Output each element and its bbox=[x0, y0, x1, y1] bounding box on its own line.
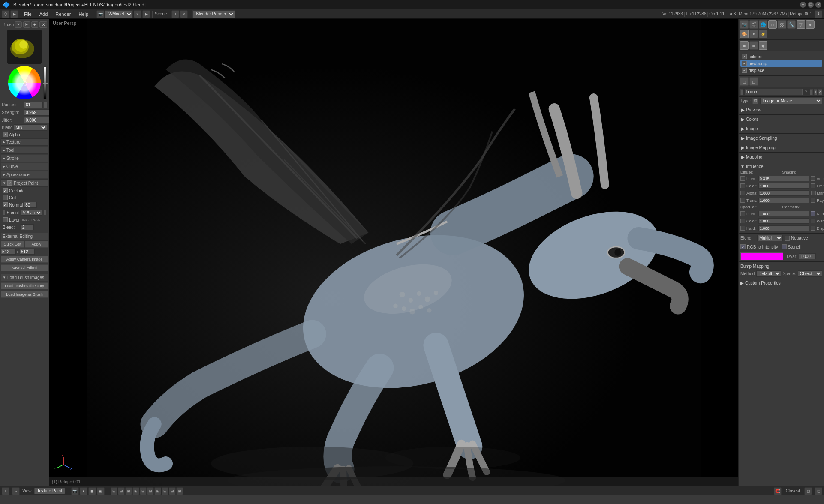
grid-btn-8[interactable]: ⊞ bbox=[162, 487, 168, 495]
diff-inten-input[interactable] bbox=[758, 176, 809, 181]
influence-header[interactable]: ▼ Influence bbox=[740, 163, 822, 170]
size-input-1[interactable] bbox=[1, 249, 16, 255]
rp-icon-a[interactable]: ■ bbox=[740, 41, 749, 50]
window-minimize[interactable]: ─ bbox=[800, 2, 806, 8]
geo-warp-check[interactable] bbox=[811, 219, 815, 223]
rp-small-icon-1[interactable]: ◻ bbox=[740, 77, 749, 86]
size-input-2[interactable] bbox=[20, 249, 35, 255]
bottom-icon-tex[interactable]: ▣ bbox=[97, 487, 105, 495]
shad-ambi-check[interactable] bbox=[811, 176, 815, 181]
diff-inten-check[interactable] bbox=[740, 176, 745, 181]
mat-check-newbump[interactable] bbox=[742, 61, 747, 66]
stencil-select[interactable]: V Rem bbox=[21, 210, 42, 216]
spec-hard-check[interactable] bbox=[740, 226, 745, 231]
stencil-checkbox[interactable] bbox=[3, 210, 5, 215]
dvar-input[interactable] bbox=[799, 253, 816, 259]
bottom-icon-r1[interactable]: ◻ bbox=[804, 487, 812, 495]
grid-btn-2[interactable]: ⊞ bbox=[118, 487, 125, 495]
texture-paint-btn[interactable]: Texture Paint bbox=[34, 488, 65, 494]
save-all-btn[interactable]: Save All Edited bbox=[1, 264, 48, 271]
diff-color-input[interactable] bbox=[758, 183, 809, 189]
normal-input[interactable] bbox=[24, 202, 37, 208]
load-image-brush-btn[interactable]: Load Image as Brush bbox=[1, 291, 48, 298]
tex-close-btn[interactable]: ✕ bbox=[818, 89, 822, 95]
brush-add-btn[interactable]: + bbox=[31, 21, 38, 28]
spec-color-check[interactable] bbox=[740, 219, 745, 223]
blend-select2[interactable]: Multipl bbox=[757, 235, 783, 241]
mat-check-colours[interactable] bbox=[742, 54, 747, 59]
jitter-input[interactable] bbox=[24, 117, 49, 123]
rp-object-icon[interactable]: □ bbox=[768, 20, 777, 29]
tex-name-input[interactable] bbox=[745, 89, 803, 95]
cull-checkbox[interactable] bbox=[3, 195, 8, 200]
mode-select[interactable]: 2-Model bbox=[105, 10, 133, 18]
bottom-icon-r2[interactable]: ◻ bbox=[815, 487, 822, 495]
blend-select[interactable]: Mix bbox=[14, 124, 47, 131]
stencil-check2[interactable] bbox=[44, 210, 46, 215]
mode-icon3[interactable]: ▶ bbox=[142, 10, 150, 18]
normal-checkbox[interactable] bbox=[3, 202, 8, 207]
layer-checkbox[interactable] bbox=[3, 217, 8, 222]
spec-inten-check[interactable] bbox=[740, 211, 745, 216]
mat-item-newbump[interactable]: newbump bbox=[740, 60, 822, 67]
mat-item-displace[interactable]: displace bbox=[740, 67, 822, 74]
spec-hard-input[interactable] bbox=[758, 225, 809, 231]
rgb-checkbox[interactable] bbox=[740, 244, 746, 249]
view-mode-icon[interactable]: 📷 bbox=[96, 10, 104, 18]
grid-btn-10[interactable]: ⊞ bbox=[176, 487, 183, 495]
occlude-checkbox[interactable] bbox=[3, 188, 8, 193]
grid-btn-9[interactable]: ⊞ bbox=[169, 487, 176, 495]
window-close[interactable]: ✕ bbox=[815, 2, 821, 8]
grid-btn-5[interactable]: ⊞ bbox=[140, 487, 147, 495]
scene-del-icon[interactable]: ✕ bbox=[180, 10, 188, 18]
menu-file[interactable]: File bbox=[21, 11, 35, 18]
shad-mirror-check[interactable] bbox=[811, 191, 816, 195]
geo-disp-check[interactable] bbox=[811, 226, 815, 231]
stencil-checkbox2[interactable] bbox=[782, 244, 787, 249]
bleed-input[interactable] bbox=[21, 224, 34, 230]
engine-select[interactable]: Blender Render bbox=[192, 10, 235, 18]
scene-icon2[interactable]: + bbox=[171, 10, 179, 18]
diff-color-check[interactable] bbox=[740, 183, 745, 188]
rp-constraint-icon[interactable]: ⛓ bbox=[778, 20, 786, 29]
rp-particle-icon[interactable]: ✦ bbox=[749, 30, 758, 38]
rp-icon-b[interactable]: ≡ bbox=[749, 41, 758, 50]
scene-icon[interactable]: ⬡ bbox=[2, 10, 9, 18]
custom-props-row[interactable]: ▶ Custom Properties bbox=[739, 279, 824, 287]
colors-header[interactable]: ▶ Colors bbox=[740, 116, 822, 123]
rp-physics-icon[interactable]: ⚡ bbox=[759, 30, 767, 38]
mode-icon2[interactable]: ✕ bbox=[134, 10, 141, 18]
negative-checkbox[interactable] bbox=[785, 236, 790, 241]
rp-world-icon[interactable]: 🌐 bbox=[759, 20, 767, 29]
apply-camera-btn[interactable]: Apply Camera Image bbox=[1, 256, 48, 263]
tex-add-btn[interactable]: + bbox=[814, 89, 817, 95]
space-select[interactable]: Object bbox=[798, 270, 822, 277]
bottom-snap-icon[interactable]: 🧲 bbox=[774, 487, 782, 495]
shad-emit-check[interactable] bbox=[811, 183, 815, 188]
viewport[interactable]: User Persp bbox=[49, 19, 738, 486]
spec-color-input[interactable] bbox=[758, 218, 809, 224]
bottom-icon-1[interactable]: + bbox=[2, 487, 9, 495]
preview-header[interactable]: ▶ Preview bbox=[740, 106, 822, 114]
mat-check-displace[interactable] bbox=[742, 68, 747, 73]
rp-material-icon[interactable]: ● bbox=[806, 20, 815, 29]
alpha-checkbox[interactable] bbox=[3, 132, 8, 137]
grid-btn-4[interactable]: ⊞ bbox=[132, 487, 139, 495]
diff-trans-input[interactable] bbox=[758, 198, 809, 203]
bottom-icon-2[interactable]: ↔ bbox=[12, 487, 20, 495]
window-maximize[interactable]: □ bbox=[808, 2, 814, 8]
mapping-header[interactable]: ▶ Mapping bbox=[740, 153, 822, 161]
bottom-icon-cam[interactable]: 📷 bbox=[71, 487, 79, 495]
menu-help[interactable]: Help bbox=[75, 11, 92, 18]
spec-inten-input[interactable] bbox=[758, 211, 809, 216]
radius-slider[interactable] bbox=[44, 102, 47, 108]
load-brushes-dir-btn[interactable]: Load brushes directory bbox=[1, 282, 48, 289]
img-mapping-header[interactable]: ▶ Image Mapping bbox=[740, 144, 822, 151]
strength-input[interactable] bbox=[24, 109, 49, 116]
grid-btn-7[interactable]: ⊞ bbox=[154, 487, 161, 495]
menu-render[interactable]: Render bbox=[52, 11, 74, 18]
grid-btn-1[interactable]: ⊞ bbox=[111, 487, 117, 495]
rp-small-icon-2[interactable]: ◻ bbox=[749, 77, 758, 86]
image-header[interactable]: ▶ Image bbox=[740, 125, 822, 132]
project-paint-checkbox[interactable] bbox=[7, 180, 12, 186]
